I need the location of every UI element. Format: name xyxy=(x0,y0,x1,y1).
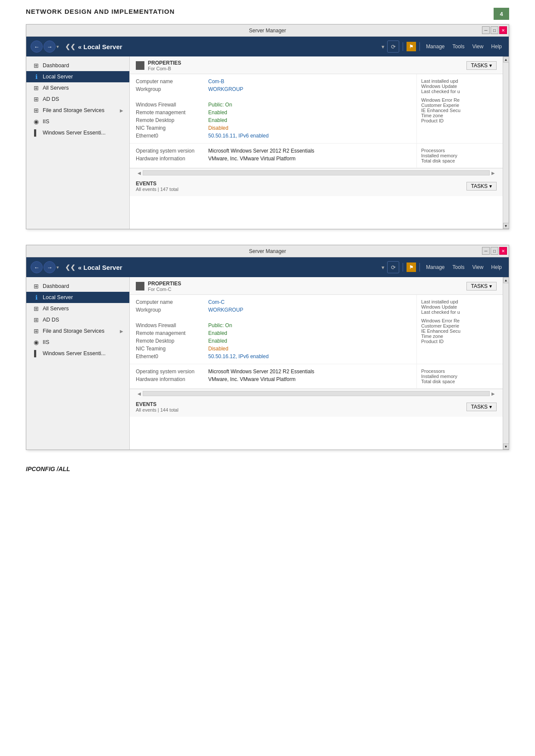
vscroll-track-2[interactable] xyxy=(503,283,509,444)
scroll-right-1[interactable]: ▶ xyxy=(490,171,497,175)
back-button-2[interactable]: ← xyxy=(31,261,43,273)
view-menu-2[interactable]: View xyxy=(470,263,486,272)
localserver-icon-2: ℹ xyxy=(32,294,40,301)
vscroll-track-1[interactable] xyxy=(503,62,509,223)
sidebar-item-wse-2[interactable]: ▌ Windows Server Essenti... xyxy=(26,348,129,359)
forward-button-1[interactable]: → xyxy=(44,41,56,53)
prop-title-1: PROPERTIES xyxy=(148,60,181,66)
vscroll-down-1[interactable]: ▼ xyxy=(503,223,509,229)
toolbar-2: ← → ▾ ❮❮ « Local Server ▾ ⟳ ⚑ Manage Too… xyxy=(26,257,509,277)
toolbar-dash-2: ▾ xyxy=(382,264,385,271)
events-tasks-btn-1[interactable]: TASKS ▾ xyxy=(466,182,497,191)
sidebar-item-allservers-2[interactable]: ⊞ All Servers xyxy=(26,303,129,314)
maximize-button-1[interactable]: □ xyxy=(491,26,498,34)
prop-right-1: Last installed upd Windows Update Last c… xyxy=(416,74,503,143)
breadcrumb-arrow-1: ▾ xyxy=(56,44,59,50)
close-button-2[interactable]: ✕ xyxy=(499,247,507,255)
toolbar-right-2: ▾ ⟳ ⚑ Manage Tools View Help xyxy=(382,261,504,273)
sidebar-item-allservers-1[interactable]: ⊞ All Servers xyxy=(26,82,129,94)
val-workgroup-2: WORKGROUP xyxy=(208,307,410,313)
sidebar-2: ⊞ Dashboard ℹ Local Server ⊞ All Servers… xyxy=(26,277,130,450)
maximize-button-2[interactable]: □ xyxy=(491,247,498,255)
events-tasks-btn-2[interactable]: TASKS ▾ xyxy=(466,403,497,411)
events-tasks-label-2: TASKS xyxy=(471,404,488,410)
view-menu-1[interactable]: View xyxy=(470,42,486,51)
val-remotemgmt-2: Enabled xyxy=(208,330,410,336)
tasks-button-1[interactable]: TASKS ▾ xyxy=(466,61,497,70)
location-label-1: ❮❮ « Local Server xyxy=(65,43,122,50)
prop-titles-2: PROPERTIES For Com-C xyxy=(148,281,181,292)
minimize-button-1[interactable]: ─ xyxy=(482,26,490,34)
sidebar-item-fileservices-1[interactable]: ⊞ File and Storage Services ▶ xyxy=(26,105,129,116)
refresh-icon-2[interactable]: ⟳ xyxy=(387,261,399,273)
right-row-8: Product ID xyxy=(421,118,498,123)
prop-grid-3: Computer name Com-C Workgroup WORKGROUP … xyxy=(136,299,410,359)
close-button-1[interactable]: ✕ xyxy=(499,26,507,34)
allservers-icon-2: ⊞ xyxy=(32,305,40,312)
events-section-2: EVENTS All events | 144 total TASKS ▾ xyxy=(130,398,503,417)
dashboard-icon-1: ⊞ xyxy=(32,62,40,69)
tools-menu-1[interactable]: Tools xyxy=(450,42,467,51)
sidebar-item-adds-2[interactable]: ⊞ AD DS xyxy=(26,314,129,325)
events-sub-2: All events | 144 total xyxy=(136,407,178,412)
prop-header-left-2: PROPERTIES For Com-C xyxy=(136,281,181,292)
sidebar-item-localserver-2[interactable]: ℹ Local Server xyxy=(26,292,129,303)
right-row-8-2: Product ID xyxy=(421,339,498,344)
toolbar-sep-3 xyxy=(403,263,403,272)
key-computername-1: Computer name xyxy=(136,78,205,84)
content-2: PROPERTIES For Com-C TASKS ▾ Computer na… xyxy=(130,277,503,450)
forward-button-2[interactable]: → xyxy=(44,261,56,273)
prop-header-2: PROPERTIES For Com-C TASKS ▾ xyxy=(130,277,503,295)
prop-right-3: Last installed upd Windows Update Last c… xyxy=(416,295,503,364)
right-row-1-2: Last installed upd xyxy=(421,299,498,304)
server-manager-window-2: Server Manager ─ □ ✕ ← → ▾ ❮❮ « Local Se… xyxy=(26,245,509,450)
sidebar-label-iis-2: IIS xyxy=(43,339,49,345)
vscroll-up-2[interactable]: ▲ xyxy=(503,277,509,283)
scroll-left-2[interactable]: ◀ xyxy=(136,391,143,396)
val-computername-1: Com-B xyxy=(208,78,410,84)
help-menu-2[interactable]: Help xyxy=(488,263,504,272)
tasks-label-2: TASKS xyxy=(471,283,488,289)
events-header-1: EVENTS All events | 147 total TASKS ▾ xyxy=(136,181,497,192)
manage-menu-1[interactable]: Manage xyxy=(423,42,447,51)
prop-block-3: Computer name Com-C Workgroup WORKGROUP … xyxy=(130,295,503,364)
tasks-button-2[interactable]: TASKS ▾ xyxy=(466,282,497,291)
localserver-icon-1: ℹ xyxy=(32,73,40,80)
vscroll-down-2[interactable]: ▼ xyxy=(503,444,509,450)
vscroll-up-1[interactable]: ▲ xyxy=(503,56,509,62)
sm-body-2: ⊞ Dashboard ℹ Local Server ⊞ All Servers… xyxy=(26,277,509,450)
toolbar-sep-2 xyxy=(419,42,420,51)
val-gap1-1 xyxy=(208,94,410,100)
toolbar-sep-4 xyxy=(419,263,420,272)
toolbar-sep-1 xyxy=(403,42,403,51)
wse-icon-2: ▌ xyxy=(32,350,40,357)
manage-menu-2[interactable]: Manage xyxy=(423,263,447,272)
scroll-track-2[interactable] xyxy=(143,391,490,396)
footer-text: IPCONFIG /ALL xyxy=(26,465,70,472)
help-menu-1[interactable]: Help xyxy=(488,42,504,51)
sidebar-item-iis-2[interactable]: ◉ IIS xyxy=(26,337,129,348)
sidebar-label-adds-1: AD DS xyxy=(43,96,59,102)
key-os-2: Operating system version xyxy=(136,369,205,375)
scroll-track-1[interactable] xyxy=(143,170,490,175)
sidebar-item-adds-1[interactable]: ⊞ AD DS xyxy=(26,94,129,105)
refresh-icon-1[interactable]: ⟳ xyxy=(387,41,399,53)
sidebar-item-wse-1[interactable]: ▌ Windows Server Essenti... xyxy=(26,127,129,138)
scroll-left-1[interactable]: ◀ xyxy=(136,171,143,175)
sm-body-1: ⊞ Dashboard ℹ Local Server ⊞ All Servers… xyxy=(26,56,509,229)
back-button-1[interactable]: ← xyxy=(31,41,43,53)
tools-menu-2[interactable]: Tools xyxy=(450,263,467,272)
minimize-button-2[interactable]: ─ xyxy=(482,247,490,255)
tasks-arrow-2: ▾ xyxy=(489,283,492,289)
sidebar-item-dashboard-1[interactable]: ⊞ Dashboard xyxy=(26,60,129,71)
sidebar-item-iis-1[interactable]: ◉ IIS xyxy=(26,116,129,127)
sidebar-item-localserver-1[interactable]: ℹ Local Server xyxy=(26,71,129,82)
sidebar-item-fileservices-2[interactable]: ⊞ File and Storage Services ▶ xyxy=(26,325,129,337)
prop-grid-4: Operating system version Microsoft Windo… xyxy=(136,369,410,382)
vscroll-2: ▲ ▼ xyxy=(503,277,509,450)
scroll-right-2[interactable]: ▶ xyxy=(490,391,497,396)
iis-icon-1: ◉ xyxy=(32,118,40,125)
sidebar-item-dashboard-2[interactable]: ⊞ Dashboard xyxy=(26,281,129,292)
flag-icon-1: ⚑ xyxy=(407,42,416,51)
sidebar-label-dashboard-1: Dashboard xyxy=(43,62,69,69)
